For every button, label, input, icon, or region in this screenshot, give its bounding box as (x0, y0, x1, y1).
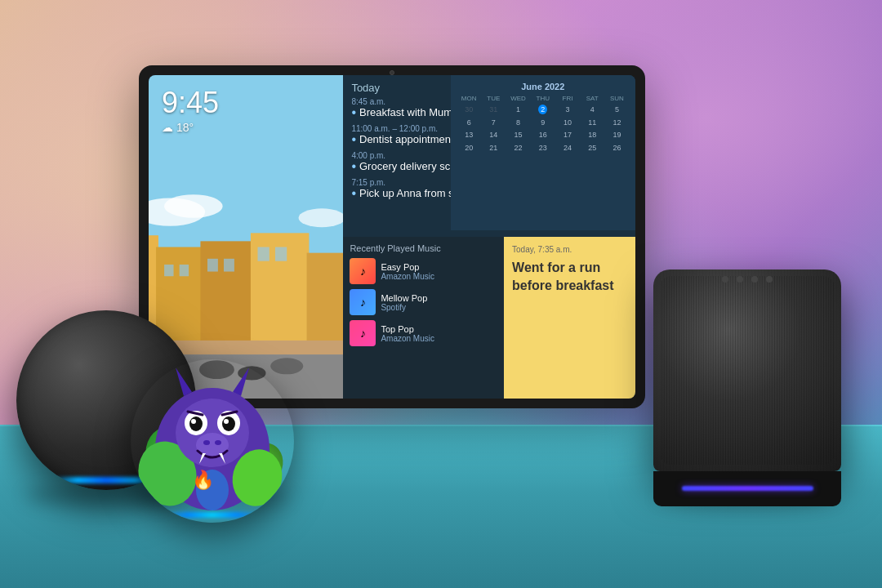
cal-cell: 8 (506, 117, 530, 129)
music-item-0[interactable]: ♪ Easy Pop Amazon Music (350, 258, 497, 284)
music-section-label: Recently Played Music (350, 243, 497, 253)
svg-point-42 (203, 440, 210, 445)
echo-studio[interactable] (653, 270, 841, 506)
svg-point-37 (222, 416, 235, 431)
studio-body (653, 270, 841, 471)
music-thumb-2: ♪ (350, 320, 376, 346)
day-wed: WED (506, 95, 530, 102)
calendar-days-header: MON TUE WED THU FRI SAT SUN (457, 95, 629, 102)
studio-controls (722, 276, 773, 283)
cal-cell: 5 (605, 104, 629, 116)
bullet-1: • (351, 133, 356, 146)
cal-cell: 13 (457, 129, 481, 141)
screen-right-panel: Today 8:45 a.m. • Breakfast with Mum 11:… (343, 75, 635, 399)
day-tue: TUE (482, 95, 506, 102)
music-info-2: Top Pop Amazon Music (381, 324, 497, 343)
music-title-1: Mellow Pop (381, 293, 497, 303)
svg-marker-30 (176, 368, 192, 396)
echo-show: 9:45 ☁ 18° (139, 65, 645, 408)
cal-cell: 11 (581, 117, 604, 129)
main-content-area: Today 8:45 a.m. • Breakfast with Mum 11:… (343, 75, 635, 237)
day-mon: MON (457, 95, 481, 102)
echo-show-screen[interactable]: 9:45 ☁ 18° (149, 75, 635, 399)
event-text-0: Breakfast with Mum (359, 106, 452, 118)
music-icon-0: ♪ (350, 258, 376, 284)
cal-cell: 12 (605, 117, 629, 129)
clock-time: 9:45 (162, 88, 219, 118)
music-source-1: Spotify (381, 303, 497, 312)
bullet-2: • (351, 160, 356, 173)
svg-rect-15 (180, 265, 189, 276)
cal-cell: 22 (506, 142, 530, 154)
cal-cell: 23 (531, 142, 555, 154)
music-item-2[interactable]: ♪ Top Pop Amazon Music (350, 320, 497, 346)
svg-point-43 (215, 440, 221, 445)
music-source-0: Amazon Music (381, 272, 497, 281)
cal-cell: 16 (531, 129, 555, 141)
cal-cell: 6 (457, 117, 481, 129)
cal-cell: 30 (457, 104, 481, 116)
studio-led-bar (682, 486, 813, 491)
studio-dot-1 (722, 276, 728, 283)
bullet-3: • (351, 187, 356, 200)
note-text: Went for a run before breakfast (512, 259, 627, 296)
cal-cell: 4 (581, 104, 604, 116)
studio-base (653, 471, 841, 507)
calendar-month-year: June 2022 (457, 82, 629, 91)
cal-cell: 10 (555, 117, 579, 129)
cal-cell: 31 (482, 104, 506, 116)
echo-dot-kids[interactable]: 🔥 (131, 359, 294, 523)
calendar-grid: 30 31 1 2 3 4 5 6 7 8 9 10 11 12 (457, 104, 629, 154)
day-fri: FRI (555, 95, 579, 102)
screen-bottom: Recently Played Music ♪ Easy Pop Amazon … (343, 237, 635, 399)
dragon-body: 🔥 (131, 359, 294, 523)
svg-point-34 (189, 416, 203, 431)
svg-rect-8 (307, 252, 344, 352)
music-icon-1: ♪ (350, 289, 376, 315)
cal-cell: 3 (555, 104, 579, 116)
music-title-0: Easy Pop (381, 262, 497, 272)
day-sat: SAT (581, 95, 604, 102)
day-sun: SUN (605, 95, 629, 102)
cal-cell: 17 (555, 129, 579, 141)
cal-cell: 15 (506, 129, 530, 141)
svg-rect-19 (275, 247, 287, 261)
music-thumb-1: ♪ (350, 289, 376, 315)
svg-point-2 (164, 194, 222, 218)
temperature: 18° (176, 121, 194, 134)
music-thumb-0: ♪ (350, 258, 376, 284)
svg-point-3 (299, 208, 344, 227)
note-timestamp: Today, 7:35 a.m. (512, 245, 627, 254)
music-title-2: Top Pop (381, 324, 497, 334)
music-panel: Recently Played Music ♪ Easy Pop Amazon … (343, 237, 504, 399)
music-icon-2: ♪ (350, 320, 376, 346)
time-display: 9:45 ☁ 18° (162, 88, 219, 134)
svg-text:🔥: 🔥 (192, 469, 215, 491)
cal-cell: 9 (531, 117, 555, 129)
cal-cell: 14 (482, 129, 506, 141)
svg-rect-14 (164, 265, 173, 276)
svg-rect-17 (224, 258, 234, 271)
cal-cell: 20 (457, 142, 481, 154)
day-thu: THU (531, 95, 555, 102)
svg-rect-18 (257, 247, 269, 261)
bullet-0: • (351, 106, 356, 119)
svg-marker-31 (233, 368, 249, 396)
weather-display: ☁ 18° (162, 121, 219, 134)
calendar-panel: June 2022 MON TUE WED THU FRI SAT SUN 30… (451, 75, 635, 230)
cal-cell: 25 (581, 142, 604, 154)
svg-point-35 (191, 419, 196, 424)
cal-cell: 19 (605, 129, 629, 141)
cal-cell: 7 (482, 117, 506, 129)
svg-rect-6 (200, 241, 252, 352)
studio-dot-3 (751, 276, 758, 283)
svg-rect-16 (207, 258, 218, 271)
cal-cell: 1 (506, 104, 530, 116)
music-source-2: Amazon Music (381, 334, 497, 343)
studio-dot-4 (766, 276, 773, 283)
cloud-icon: ☁ (162, 121, 173, 134)
cal-cell: 24 (555, 142, 579, 154)
music-item-1[interactable]: ♪ Mellow Pop Spotify (350, 289, 497, 315)
note-panel: Today, 7:35 a.m. Went for a run before b… (504, 237, 635, 399)
svg-point-38 (224, 419, 229, 424)
